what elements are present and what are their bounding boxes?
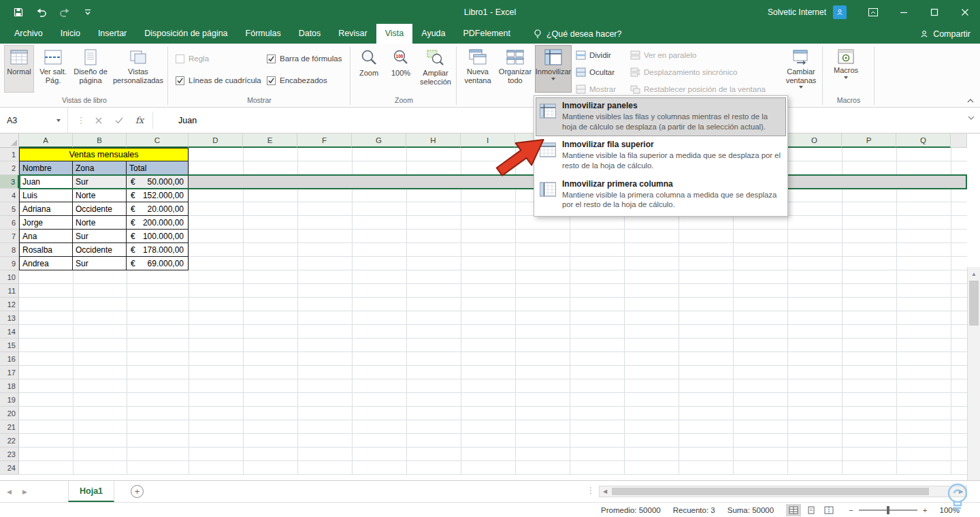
cell-B6[interactable]: Norte (73, 216, 127, 230)
row-header-1[interactable]: 1 (0, 148, 19, 161)
worksheet-grid[interactable]: ABCDEFGHIJKLMNOPQ12345678910111213141516… (0, 134, 967, 480)
menu-item-inmovilizar-fila-superior[interactable]: Inmovilizar fila superior Mantiene visib… (536, 136, 786, 175)
row-header-23[interactable]: 23 (0, 448, 19, 461)
switch-windows-button[interactable]: Cambiar ventanas (781, 45, 821, 93)
page-break-preview-button[interactable]: Ver salt. Pág. (37, 45, 69, 93)
cell-C5[interactable]: €20.000,00 (127, 202, 189, 216)
cell-A6[interactable]: Jorge (19, 216, 73, 230)
tab-inicio[interactable]: Inicio (52, 24, 89, 44)
save-icon[interactable] (12, 6, 24, 18)
split-button[interactable]: Dividir (576, 48, 611, 63)
tab-revisar[interactable]: Revisar (329, 24, 376, 44)
menu-item-inmovilizar-primera-columna[interactable]: Inmovilizar primera columna Mantiene vis… (536, 176, 786, 215)
cell-C7[interactable]: €100.000,00 (127, 230, 189, 243)
tab-vista[interactable]: Vista (376, 24, 413, 44)
cell-C4[interactable]: €152.000,00 (127, 189, 189, 202)
column-header-E[interactable]: E (243, 134, 297, 148)
column-header-B[interactable]: B (73, 134, 127, 148)
cell-B3[interactable]: Sur (73, 175, 127, 189)
page-layout-view-button[interactable]: Diseño de página (72, 45, 109, 93)
cell-A8[interactable]: Rosalba (19, 243, 73, 257)
new-sheet-button[interactable]: + (131, 485, 144, 498)
vertical-scrollbar[interactable]: ▲ ▼ (967, 267, 980, 517)
new-window-button[interactable]: Nueva ventana (460, 45, 495, 93)
zoom-out-icon[interactable]: − (849, 506, 853, 514)
column-header-I[interactable]: I (461, 134, 515, 148)
minimize-icon[interactable] (888, 0, 919, 24)
row-header-6[interactable]: 6 (0, 216, 19, 230)
row-header-5[interactable]: 5 (0, 202, 19, 216)
maximize-icon[interactable] (919, 0, 949, 24)
row-header-20[interactable]: 20 (0, 407, 19, 420)
column-header-D[interactable]: D (189, 134, 243, 148)
row-header-4[interactable]: 4 (0, 189, 19, 202)
cell-C6[interactable]: €200.000,00 (127, 216, 189, 230)
collapse-ribbon-icon[interactable] (964, 95, 977, 106)
zoom-slider[interactable] (859, 510, 917, 511)
custom-views-button[interactable]: Vistas personalizadas (112, 45, 165, 93)
row-header-7[interactable]: 7 (0, 230, 19, 243)
name-box[interactable]: A3 (0, 108, 68, 133)
redo-icon[interactable] (59, 6, 71, 18)
ribbon-display-options-icon[interactable] (858, 0, 888, 24)
macros-button[interactable]: Macros (829, 45, 863, 93)
cell-B4[interactable]: Norte (73, 189, 127, 202)
row-header-8[interactable]: 8 (0, 243, 19, 257)
account-user-name[interactable]: Solvetic Internet (768, 7, 826, 17)
row-header-19[interactable]: 19 (0, 393, 19, 407)
column-header-G[interactable]: G (352, 134, 406, 148)
page-break-toggle-icon[interactable] (821, 504, 836, 516)
column-header-A[interactable]: A (19, 134, 73, 148)
row-header-3[interactable]: 3 (0, 175, 19, 189)
unhide-button[interactable]: Mostrar (576, 82, 616, 97)
tab-datos[interactable]: Datos (290, 24, 330, 44)
sheet-nav-prev-icon[interactable]: ◀ (7, 488, 12, 495)
zoom-slider-thumb[interactable] (887, 506, 889, 514)
enter-entry-icon[interactable] (110, 108, 128, 133)
cell-header-Total[interactable]: Total (127, 161, 189, 175)
cell-A3[interactable]: Juan (19, 175, 73, 189)
cell-header-Zona[interactable]: Zona (73, 161, 127, 175)
column-header-H[interactable]: H (406, 134, 461, 148)
zoom-100-button[interactable]: 100 100% (387, 45, 415, 93)
scroll-left-icon[interactable]: ◀ (600, 486, 610, 497)
cell-A9[interactable]: Andrea (19, 257, 73, 270)
row-header-2[interactable]: 2 (0, 161, 19, 175)
page-layout-toggle-icon[interactable] (804, 504, 819, 516)
expand-formula-bar-icon[interactable] (968, 116, 975, 121)
freeze-panes-button[interactable]: Inmovilizar (535, 45, 572, 93)
zoom-to-selection-button[interactable]: Ampliar selección (416, 45, 455, 93)
cancel-entry-icon[interactable] (90, 108, 108, 133)
checkbox-barra-formulas[interactable]: Barra de fórmulas (267, 53, 342, 64)
zoom-button[interactable]: Zoom (354, 45, 384, 93)
horizontal-scroll-thumb[interactable] (612, 488, 929, 495)
account-avatar[interactable] (833, 5, 847, 19)
normal-view-toggle-icon[interactable] (786, 504, 801, 516)
scroll-up-icon[interactable]: ▲ (968, 268, 980, 280)
select-all-corner[interactable] (0, 134, 19, 148)
tab-disposicion[interactable]: Disposición de página (135, 24, 236, 44)
cell-A5[interactable]: Adriana (19, 202, 73, 216)
hide-button[interactable]: Ocultar (576, 65, 615, 80)
insert-function-icon[interactable]: fx (131, 108, 148, 133)
undo-icon[interactable] (35, 6, 48, 18)
tab-archivo[interactable]: Archivo (5, 24, 52, 44)
cell-header-Nombre[interactable]: Nombre (19, 161, 73, 175)
scroll-right-icon[interactable]: ▶ (956, 486, 966, 497)
column-header-F[interactable]: F (297, 134, 352, 148)
cell-C9[interactable]: €69.000,00 (127, 257, 189, 270)
arrange-all-button[interactable]: Organizar todo (497, 45, 533, 93)
row-header-14[interactable]: 14 (0, 325, 19, 339)
zoom-level[interactable]: 100% (940, 506, 960, 514)
menu-item-inmovilizar-paneles[interactable]: Inmovilizar paneles Mantiene visibles la… (536, 97, 786, 136)
row-header-11[interactable]: 11 (0, 284, 19, 298)
customize-quick-access-icon[interactable] (82, 6, 94, 18)
cell-A1-title[interactable]: Ventas mensuales (19, 148, 189, 161)
row-header-10[interactable]: 10 (0, 270, 19, 284)
tab-pdfelement[interactable]: PDFelement (455, 24, 519, 44)
row-header-24[interactable]: 24 (0, 461, 19, 475)
tell-me-box[interactable]: ¿Qué desea hacer? (533, 24, 622, 44)
cell-B9[interactable]: Sur (73, 257, 127, 270)
cell-B7[interactable]: Sur (73, 230, 127, 243)
checkbox-lineas-cuadricula[interactable]: Líneas de cuadrícula (176, 75, 261, 86)
